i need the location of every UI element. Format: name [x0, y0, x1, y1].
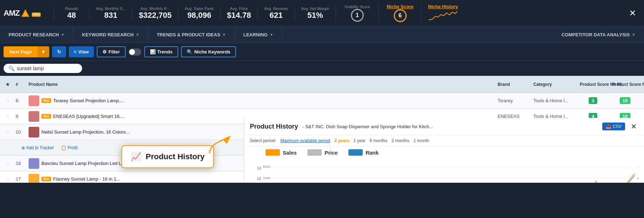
legend-rank: Rank — [348, 149, 379, 156]
stat-results-label: Results — [65, 6, 78, 11]
csv-button[interactable]: 📥 CSV — [602, 123, 625, 130]
tooltip-icon: 📈 — [131, 152, 141, 162]
search-input[interactable] — [17, 66, 74, 71]
stat-niche-score: Niche Score 6 — [378, 4, 421, 22]
nav-keyword-research-label: KEYWORD RESEARCH — [82, 32, 134, 37]
thumb-10 — [29, 127, 39, 137]
niche-score-label[interactable]: Niche Score — [387, 4, 413, 9]
period-max[interactable]: Maximum available period — [280, 138, 330, 143]
nav-learning-label: LEARNING — [243, 32, 268, 37]
stat-monthly-revenue: Avg. Monthly R... $322,705 — [132, 6, 178, 20]
period-row: Select period: Maximum available period … — [244, 135, 644, 146]
svg-text:12: 12 — [257, 177, 261, 181]
nav-product-research[interactable]: PRODUCT RESEARCH ▼ — [0, 26, 74, 43]
next-page-button[interactable]: Next Page — [4, 46, 37, 57]
star-9[interactable]: ☆ — [3, 114, 13, 119]
pro-badge: PRO — [32, 12, 41, 17]
logo: AMZ ⚡ PRO — [4, 8, 46, 18]
stat-monthly-sales: Avg. Monthly S... 831 — [89, 6, 132, 20]
csv-label: CSV — [613, 124, 622, 129]
close-button[interactable]: ✕ — [625, 8, 640, 18]
stat-net-margin-label: Avg. Net Margin — [301, 6, 329, 11]
star-8[interactable]: ☆ — [3, 98, 13, 103]
add-tracker-icon: ⊕ — [21, 145, 25, 150]
score-res-8: 10 — [609, 97, 641, 104]
num-16: 16 — [13, 161, 26, 166]
period-6m[interactable]: 6 months — [370, 138, 387, 143]
stat-monthly-sales-label: Avg. Monthly S... — [96, 6, 126, 11]
niche-history-label[interactable]: Niche History — [428, 4, 458, 9]
add-to-tracker[interactable]: ⊕ Add to Tracker — [21, 145, 54, 150]
th-score-res: Product Score for Reselling — [609, 82, 641, 87]
th-num: # — [13, 82, 26, 87]
nav-competitor-label: COMPETITOR DATA ANALYSIS — [562, 32, 630, 37]
thumb-8 — [29, 95, 39, 106]
period-2m[interactable]: 2 months — [392, 138, 409, 143]
nav-competitor[interactable]: COMPETITOR DATA ANALYSIS ▼ — [553, 26, 644, 43]
period-1m[interactable]: 1 month — [413, 138, 429, 143]
niche-score-circle: 6 — [394, 9, 407, 22]
cat-8: Tools & Home I... — [530, 98, 577, 103]
toggle[interactable] — [129, 48, 141, 56]
search-bar: 🔍 — [0, 61, 644, 76]
star-17[interactable]: ☆ — [3, 176, 13, 182]
svg-text:⚡: ⚡ — [23, 12, 28, 17]
stat-results: Results 48 — [54, 6, 89, 20]
stat-price: Avg. Price $14.78 — [220, 6, 257, 20]
tooltip-popup: 📈 Product History — [121, 145, 214, 168]
product-name-8: Tsrarey Sunset Projection Lamp,... — [53, 98, 124, 103]
next-page-dropdown[interactable]: ▼ — [37, 46, 49, 57]
th-star: ★ — [3, 82, 13, 87]
ph-close-button[interactable]: ✕ — [629, 122, 638, 131]
nav-keyword-research[interactable]: KEYWORD RESEARCH ▼ — [74, 26, 148, 43]
visibility-score-circle: 1 — [351, 9, 364, 22]
nav-learning-chevron: ▼ — [270, 33, 273, 37]
nav-trends[interactable]: TRENDS & PRODUCT IDEAS ▼ — [148, 26, 235, 43]
ph-title: Product History — [250, 123, 298, 130]
niche-keywords-button[interactable]: 🔍 Niche Keywords — [181, 46, 236, 57]
nav-product-research-chevron: ▼ — [61, 33, 65, 37]
star-16[interactable]: ☆ — [3, 161, 13, 166]
th-score-pl: Product Score for PL — [577, 82, 609, 87]
thumb-17 — [29, 174, 39, 183]
nav-competitor-chevron: ▼ — [632, 33, 635, 37]
brand-8: Tsrarey — [495, 98, 530, 103]
hot-badge-17: Hot — [41, 177, 51, 181]
search-icon: 🔍 — [9, 66, 15, 71]
star-10[interactable]: ☆ — [3, 129, 13, 135]
nav-learning[interactable]: LEARNING ▼ — [235, 26, 282, 43]
filter-icon: ⚙ — [102, 49, 107, 54]
svg-text:600: 600 — [638, 177, 638, 181]
name-8: Hot Tsrarey Sunset Projection Lamp,... — [26, 95, 495, 106]
profit-calc[interactable]: 📋 Profit — [61, 145, 77, 150]
profit-icon: 📋 — [61, 145, 66, 150]
stat-reviews-value: 621 — [270, 11, 283, 20]
stat-monthly-revenue-value: $322,705 — [139, 11, 172, 20]
add-tracker-label: Add to Tracker — [26, 145, 54, 150]
nav-product-research-label: PRODUCT RESEARCH — [9, 32, 59, 37]
period-2y[interactable]: 2 years — [334, 138, 349, 143]
price-swatch — [307, 149, 322, 156]
trends-icon: 📊 — [150, 49, 156, 54]
refresh-button[interactable]: ↻ — [52, 46, 66, 57]
legend-sales: Sales — [266, 149, 297, 156]
score-pl-8: 3 — [577, 97, 609, 104]
stat-results-value: 48 — [67, 11, 76, 20]
logo-text: AMZ — [4, 9, 20, 18]
niche-keywords-label: Niche Keywords — [194, 49, 230, 54]
period-label: Select period: — [250, 138, 276, 143]
product-history-modal: Product History - S&T INC. Dish Soap Dis… — [244, 118, 644, 183]
search-wrap: 🔍 — [4, 64, 82, 73]
period-1y[interactable]: 1 year — [353, 138, 365, 143]
view-label: View — [78, 49, 89, 54]
stat-visibility-score: Visibility Score 1 — [336, 5, 378, 22]
stat-monthly-revenue-label: Avg. Monthly R... — [140, 6, 170, 11]
ph-product-name: - S&T INC. Dish Soap Dispenser and Spong… — [302, 124, 598, 129]
ph-chart: 14 12 10 8 6 4 2 0 Rank Price ($) 700 60… — [244, 159, 644, 183]
trends-button[interactable]: 📊 Trends — [144, 46, 178, 57]
view-button[interactable]: ≡ View — [69, 46, 94, 57]
filter-button[interactable]: ⚙ Filter — [97, 46, 126, 57]
logo-icon: ⚡ — [20, 8, 30, 18]
niche-history-chart — [429, 9, 457, 22]
nav-trends-chevron: ▼ — [222, 33, 226, 37]
